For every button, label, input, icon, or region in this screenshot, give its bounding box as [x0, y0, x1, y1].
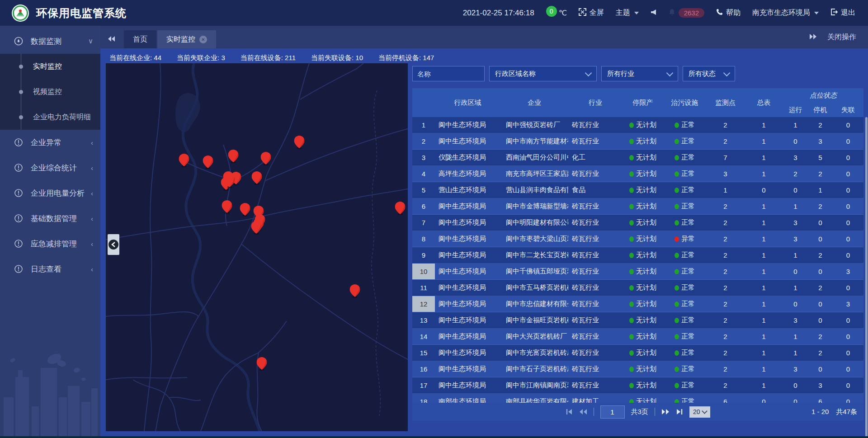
fullscreen-button[interactable]: 全屏	[579, 8, 604, 18]
sidebar-item[interactable]: 企业异常 ‹	[0, 130, 100, 155]
sidebar-item[interactable]: 企业用电量分析 ‹	[0, 180, 100, 206]
map-pin-marker[interactable]	[222, 200, 232, 214]
first-page-button[interactable]	[566, 409, 573, 415]
sidebar-item[interactable]: 基础数据管理 ‹	[0, 206, 100, 231]
menu-icon	[14, 264, 24, 274]
org-dropdown[interactable]: 南充市生态环境局	[752, 8, 819, 18]
cell-company: 阆中市南方节能建材有	[500, 133, 568, 149]
tab[interactable]: 实时监控 ✕	[157, 30, 216, 48]
tabs-scroll-left-button[interactable]	[108, 36, 116, 42]
page-size-select[interactable]: 20	[689, 406, 711, 418]
cell-company: 阆中市石子页岩机砖厂	[500, 361, 568, 377]
map-collapse-button[interactable]	[108, 234, 119, 255]
bell-icon	[669, 9, 675, 18]
tabs-scroll-right-button[interactable]	[809, 33, 817, 42]
last-page-button[interactable]	[676, 409, 683, 415]
name-search-input[interactable]	[412, 66, 485, 81]
sidebar-submenu-item[interactable]: 实时监控	[0, 54, 100, 79]
page-title: 环保用电监管系统	[36, 6, 127, 20]
map-pin-marker[interactable]	[252, 171, 262, 185]
cell-stop-count: 2	[808, 117, 833, 133]
table-row[interactable]: 3 仪陇生态环境局 西南油气田分公司川中 化工 无计划 正常 7	[412, 150, 863, 166]
prev-page-button[interactable]	[579, 409, 587, 415]
status-select[interactable]: 所有状态	[683, 66, 735, 81]
cell-row-number: 14	[412, 329, 435, 344]
page-number-input[interactable]: 1	[600, 405, 625, 419]
table-row[interactable]: 15 阆中生态环境局 阆中市光富页岩机砖厂 砖瓦行业 无计划 正常 2	[412, 345, 863, 361]
map-panel[interactable]	[106, 63, 408, 431]
sidebar-submenu-item[interactable]: 企业电力负荷明细	[0, 104, 100, 130]
chevron-down-icon	[585, 69, 592, 76]
cell-region: 营山生态环境局	[435, 182, 500, 198]
theme-dropdown[interactable]: 主题	[616, 8, 639, 18]
cell-pollution-status: 正常	[663, 312, 706, 328]
tab[interactable]: 首页 ✕	[124, 30, 156, 48]
table-scrollbar[interactable]	[865, 117, 868, 438]
cell-stop-count: 2	[808, 247, 833, 263]
cell-company: 阆中强锐页岩砖厂	[500, 117, 568, 133]
map-pin-marker[interactable]	[395, 202, 406, 215]
cell-run-count: 2	[783, 166, 808, 182]
sidebar-item[interactable]: 日志查看 ‹	[0, 256, 100, 282]
menu-icon	[14, 137, 24, 147]
table-row[interactable]: 9 阆中生态环境局 阆中市二龙长宝页岩砖 砖瓦行业 无计划 正常 2	[412, 247, 863, 264]
table-row[interactable]: 14 阆中生态环境局 阆中大兴页岩机砖厂 砖瓦行业 无计划 正常 2	[412, 329, 863, 345]
cell-run-count: 0	[783, 377, 808, 393]
cell-limit-status: 无计划	[623, 280, 663, 296]
close-operations-button[interactable]: 关闭操作	[827, 33, 856, 42]
map-pin-marker[interactable]	[203, 155, 213, 169]
cell-monitor-count: 2	[706, 231, 745, 247]
tab-close-icon[interactable]: ✕	[199, 36, 207, 43]
table-row[interactable]: 6 阆中生态环境局 阆中市金博瑞新型墙材 砖瓦行业 无计划 正常 2	[412, 198, 863, 215]
table-row[interactable]: 12 阆中生态环境局 阆中市忠信建材有限公 砖瓦行业 无计划 正常 2	[412, 296, 863, 312]
map-pin-marker[interactable]	[350, 284, 360, 298]
table-row[interactable]: 5 营山生态环境局 营山县润丰肉食品有限 食品 无计划 正常 1	[412, 182, 863, 198]
cell-pollution-status: 正常	[663, 329, 706, 344]
table-row[interactable]: 7 阆中生态环境局 阆中明阳建材有限公司 砖瓦行业 无计划 正常 2	[412, 215, 863, 231]
map-pin-marker[interactable]	[179, 154, 189, 167]
cell-limit-status: 无计划	[623, 264, 663, 279]
table-row[interactable]: 1 阆中生态环境局 阆中强锐页岩砖厂 砖瓦行业 无计划 正常 2	[412, 117, 863, 133]
region-select[interactable]: 行政区域名称	[489, 66, 597, 81]
logout-button[interactable]: 退出	[830, 8, 855, 18]
cell-limit-status: 无计划	[623, 296, 663, 312]
sidebar-submenu-item[interactable]: 视频监控	[0, 79, 100, 104]
bullet-dot-icon	[19, 115, 23, 119]
cell-lost-count: 0	[833, 182, 863, 198]
mute-button[interactable]	[651, 9, 657, 17]
cell-stop-count: 0	[808, 231, 833, 247]
table-row[interactable]: 13 阆中生态环境局 阆中市金福旺页岩机砖 砖瓦行业 无计划 正常 2	[412, 312, 863, 329]
table-row[interactable]: 18 南部生态环境局 南部县砖华页岩有限公 建材加工 无计划 正常 6	[412, 394, 863, 403]
cell-stop-count: 0	[808, 215, 833, 231]
table-row[interactable]: 16 阆中生态环境局 阆中市石子页岩机砖厂 砖瓦行业 无计划 正常 2	[412, 361, 863, 377]
map-pin-marker[interactable]	[294, 136, 305, 149]
table-row[interactable]: 8 阆中生态环境局 阆中市枣碧大梁山页岩 砖瓦行业 无计划 异常 2	[412, 231, 863, 247]
sidebar-item-data-monitoring[interactable]: 数据监测 ∨	[0, 28, 100, 54]
table-header: 行政区域 企业 行业 停限产 治污设施 监测点 总表 点位状态 运行 停机 失联	[412, 88, 863, 117]
help-button[interactable]: 帮助	[716, 8, 741, 18]
cell-limit-status: 无计划	[623, 394, 663, 403]
cell-limit-status: 无计划	[623, 377, 663, 393]
cell-company: 阆中市江南镇阆南页岩	[500, 377, 568, 393]
cell-limit-status: 无计划	[623, 345, 663, 361]
notifications-button[interactable]: 2632	[669, 8, 704, 18]
industry-select[interactable]: 所有行业	[601, 66, 678, 81]
table-row[interactable]: 2 阆中生态环境局 阆中市南方节能建材有 砖瓦行业 无计划 正常 2	[412, 133, 863, 150]
sidebar-item[interactable]: 应急减排管理 ‹	[0, 231, 100, 256]
cell-industry: 砖瓦行业	[568, 117, 623, 133]
map-pin-marker[interactable]	[251, 221, 262, 235]
table-row[interactable]: 11 阆中生态环境局 阆中市五马桥页岩机砖 砖瓦行业 无计划 正常 2	[412, 280, 863, 296]
map-pin-marker[interactable]	[261, 152, 271, 165]
map-pin-marker[interactable]	[257, 357, 267, 371]
next-page-button[interactable]	[661, 409, 670, 415]
table-row[interactable]: 17 阆中生态环境局 阆中市江南镇阆南页岩 砖瓦行业 无计划 正常 2	[412, 377, 863, 394]
map-pin-marker[interactable]	[240, 203, 250, 217]
table-row[interactable]: 10 阆中生态环境局 阆中千佛镇五郎垭页岩 砖瓦行业 无计划 正常 2	[412, 264, 863, 280]
sidebar-item[interactable]: 企业综合统计 ‹	[0, 155, 100, 180]
map-pin-marker[interactable]	[228, 150, 239, 163]
col-header-meter: 总表	[745, 88, 783, 117]
table-row[interactable]: 4 高坪生态环境局 南充市高坪区王家店建 砖瓦行业 无计划 正常 3	[412, 166, 863, 182]
status-dot-icon	[629, 334, 634, 339]
cell-region: 阆中生态环境局	[435, 264, 500, 279]
map-pin-marker[interactable]	[225, 174, 235, 188]
